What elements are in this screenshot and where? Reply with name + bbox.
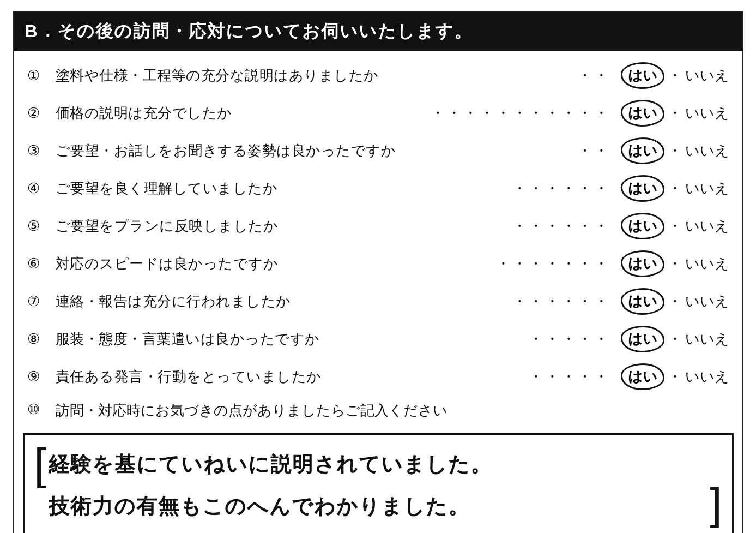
q1-text: 塗料や仕様・工程等の充分な説明はありましたか [56, 66, 573, 85]
questions-area: ① 塗料や仕様・工程等の充分な説明はありましたか ・・ はい ・ いいえ ② 価… [14, 51, 742, 429]
q9-number: ⑨ [27, 368, 56, 385]
q6-separator: ・ [668, 254, 682, 273]
bracket-open-icon: [ [34, 442, 46, 486]
q4-number: ④ [27, 180, 56, 197]
q2-hai[interactable]: はい [621, 100, 664, 127]
q1-answer: はい ・ いいえ [615, 62, 729, 89]
q4-hai[interactable]: はい [621, 175, 664, 202]
section-header: B．その後の訪問・応対についてお伺いいたします。 [14, 12, 742, 51]
q6-hai[interactable]: はい [621, 250, 664, 277]
q4-iie[interactable]: いいえ [685, 179, 729, 198]
question-row-5: ⑤ ご要望をプランに反映しましたか ・・・・・・ はい ・ いいえ [27, 207, 729, 245]
q2-number: ② [27, 105, 56, 122]
q1-dots: ・・ [578, 66, 610, 85]
q9-separator: ・ [668, 367, 682, 386]
question-row-10: ⑩ 訪問・対応時にお気づきの点がありましたらご記入ください [27, 396, 729, 423]
question-row-9: ⑨ 責任ある発言・行動をとっていましたか ・・・・・ はい ・ いいえ [27, 358, 729, 396]
q8-dots: ・・・・・ [529, 330, 610, 349]
q9-text: 責任ある発言・行動をとっていましたか [56, 367, 524, 386]
question-row-6: ⑥ 対応のスピードは良かったですか ・・・・・・・ はい ・ いいえ [27, 245, 729, 283]
q5-hai[interactable]: はい [621, 213, 664, 239]
q8-iie[interactable]: いいえ [685, 330, 729, 349]
q2-iie[interactable]: いいえ [685, 104, 729, 123]
q9-hai[interactable]: はい [621, 363, 664, 390]
question-row-4: ④ ご要望を良く理解していましたか ・・・・・・ はい ・ いいえ [27, 170, 729, 207]
q8-separator: ・ [668, 330, 682, 349]
q3-separator: ・ [668, 141, 682, 160]
q5-separator: ・ [668, 217, 682, 236]
q4-answer: はい ・ いいえ [615, 175, 729, 202]
q8-text: 服装・態度・言葉遣いは良かったですか [56, 330, 524, 349]
q8-answer: はい ・ いいえ [615, 326, 729, 352]
q2-text: 価格の説明は充分でしたか [56, 104, 426, 123]
q1-separator: ・ [668, 66, 682, 85]
question-row-7: ⑦ 連絡・報告は充分に行われましたか ・・・・・・ はい ・ いいえ [27, 283, 729, 320]
q2-dots: ・・・・・・・・・・・ [431, 104, 610, 123]
q10-text: 訪問・対応時にお気づきの点がありましたらご記入ください [56, 401, 447, 420]
freetext-line2: 技術力の有無もこのへんでわかりました。 [49, 487, 708, 526]
q6-text: 対応のスピードは良かったですか [56, 254, 492, 273]
q2-answer: はい ・ いいえ [615, 100, 729, 127]
survey-container: B．その後の訪問・応対についてお伺いいたします。 ① 塗料や仕様・工程等の充分な… [13, 11, 743, 533]
q6-number: ⑥ [27, 255, 56, 272]
q8-number: ⑧ [27, 331, 56, 348]
q6-answer: はい ・ いいえ [615, 250, 729, 277]
q7-hai[interactable]: はい [621, 288, 664, 315]
q4-text: ご要望を良く理解していましたか [56, 179, 508, 198]
question-row-2: ② 価格の説明は充分でしたか ・・・・・・・・・・・ はい ・ いいえ [27, 94, 729, 132]
q9-answer: はい ・ いいえ [615, 363, 729, 390]
freetext-content: 経験を基にていねいに説明されていました。 技術力の有無もこのへんでわかりました。 [49, 442, 708, 526]
bracket-close-icon: ] [710, 482, 722, 526]
question-row-8: ⑧ 服装・態度・言葉遣いは良かったですか ・・・・・ はい ・ いいえ [27, 320, 729, 358]
q4-separator: ・ [668, 179, 682, 198]
q2-separator: ・ [668, 104, 682, 123]
q7-number: ⑦ [27, 293, 56, 310]
q6-dots: ・・・・・・・ [496, 254, 610, 273]
q1-iie[interactable]: いいえ [685, 66, 729, 85]
q5-text: ご要望をプランに反映しましたか [56, 217, 508, 236]
q8-hai[interactable]: はい [621, 326, 664, 352]
q7-separator: ・ [668, 292, 682, 311]
q5-answer: はい ・ いいえ [615, 213, 729, 239]
q9-dots: ・・・・・ [529, 367, 610, 386]
q3-dots: ・・ [578, 141, 610, 160]
section-title: B．その後の訪問・応対についてお伺いいたします。 [25, 21, 473, 41]
q5-dots: ・・・・・・ [512, 217, 610, 236]
q3-number: ③ [27, 142, 56, 159]
q1-number: ① [27, 67, 56, 84]
q1-hai[interactable]: はい [621, 62, 664, 89]
q5-number: ⑤ [27, 218, 56, 235]
q7-answer: はい ・ いいえ [615, 288, 729, 315]
freetext-line1: 経験を基にていねいに説明されていました。 [49, 442, 708, 487]
q7-iie[interactable]: いいえ [685, 292, 729, 311]
question-row-1: ① 塗料や仕様・工程等の充分な説明はありましたか ・・ はい ・ いいえ [27, 57, 729, 94]
q4-dots: ・・・・・・ [512, 179, 610, 198]
q9-iie[interactable]: いいえ [685, 367, 729, 386]
q10-number: ⑩ [27, 401, 56, 418]
q3-text: ご要望・お話しをお聞きする姿勢は良かったですか [56, 141, 573, 160]
q5-iie[interactable]: いいえ [685, 217, 729, 236]
q7-text: 連絡・報告は充分に行われましたか [56, 292, 508, 311]
freetext-area[interactable]: [ 経験を基にていねいに説明されていました。 技術力の有無もこのへんでわかりまし… [23, 433, 734, 533]
q3-hai[interactable]: はい [621, 137, 664, 164]
q3-answer: はい ・ いいえ [615, 137, 729, 164]
q7-dots: ・・・・・・ [512, 292, 610, 311]
q6-iie[interactable]: いいえ [685, 254, 729, 273]
question-row-3: ③ ご要望・お話しをお聞きする姿勢は良かったですか ・・ はい ・ いいえ [27, 132, 729, 170]
q3-iie[interactable]: いいえ [685, 141, 729, 160]
